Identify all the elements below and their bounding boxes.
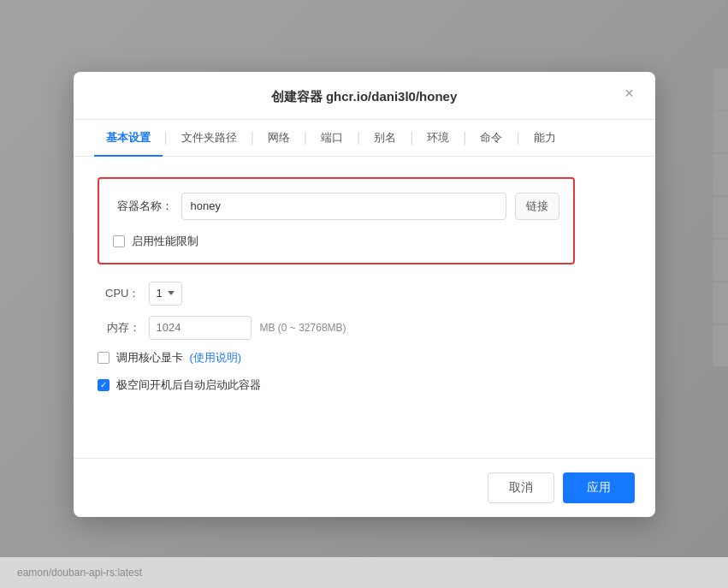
container-name-row: 容器名称： 链接 [113,193,559,220]
tab-port[interactable]: 端口 [309,120,355,156]
modal-footer: 取消 应用 [74,458,655,517]
perf-limit-label: 启用性能限制 [132,234,198,249]
tab-separator-4: | [355,130,362,146]
tab-command[interactable]: 命令 [468,120,514,156]
chevron-down-icon [168,291,175,295]
modal-header: 创建容器 ghcr.io/dani3l0/honey × [74,72,655,120]
tab-filepath[interactable]: 文件夹路径 [169,120,249,156]
modal-title: 创建容器 ghcr.io/dani3l0/honey [271,89,458,119]
bottom-text: eamon/douban-api-rs:latest [17,567,142,579]
tab-network[interactable]: 网络 [256,120,302,156]
autostart-label: 极空间开机后自动启动此容器 [116,377,261,393]
container-name-input[interactable] [181,193,506,220]
perf-limit-checkbox[interactable] [113,235,125,247]
container-name-label: 容器名称： [113,199,173,214]
modal-close-button[interactable]: × [621,86,638,103]
memory-row: 内存： MB (0 ~ 32768MB) [98,316,631,340]
gpu-row: 调用核心显卡 (使用说明) [98,350,631,365]
tab-separator-7: | [514,130,521,146]
cpu-select[interactable]: 1 [149,282,182,306]
tab-basic[interactable]: 基本设置 [94,120,163,156]
memory-label: 内存： [98,320,140,336]
tab-separator-3: | [302,130,309,146]
cpu-row: CPU： 1 [98,282,631,306]
autostart-row: 极空间开机后自动启动此容器 [98,377,631,393]
tab-separator-1: | [163,130,169,146]
memory-unit: MB (0 ~ 32768MB) [260,322,346,334]
modal-dialog: 创建容器 ghcr.io/dani3l0/honey × 基本设置 | 文件夹路… [74,72,655,517]
tab-separator-6: | [461,130,468,146]
tab-capability[interactable]: 能力 [522,120,568,156]
highlight-section: 容器名称： 链接 启用性能限制 [98,177,575,264]
modal-body: 容器名称： 链接 启用性能限制 CPU： 1 [74,157,655,458]
autostart-checkbox[interactable] [98,379,109,391]
bottom-bar: eamon/douban-api-rs:latest [0,557,728,588]
tab-separator-5: | [408,130,415,146]
apply-button[interactable]: 应用 [563,472,635,503]
tab-separator-2: | [249,130,256,146]
gpu-checkbox[interactable] [98,352,109,364]
cpu-value: 1 [157,287,163,300]
gpu-usage-link[interactable]: (使用说明) [190,350,242,365]
cancel-button[interactable]: 取消 [488,472,554,503]
tab-alias[interactable]: 别名 [362,120,408,156]
tab-env[interactable]: 环境 [415,120,461,156]
gpu-label: 调用核心显卡 [116,350,183,365]
cpu-label: CPU： [98,286,140,301]
link-button[interactable]: 链接 [515,193,559,220]
modal-overlay: 创建容器 ghcr.io/dani3l0/honey × 基本设置 | 文件夹路… [0,0,728,588]
perf-limit-row: 启用性能限制 [113,234,559,249]
modal-tabs: 基本设置 | 文件夹路径 | 网络 | 端口 | 别名 | 环境 | [74,120,655,157]
memory-input[interactable] [149,316,252,340]
